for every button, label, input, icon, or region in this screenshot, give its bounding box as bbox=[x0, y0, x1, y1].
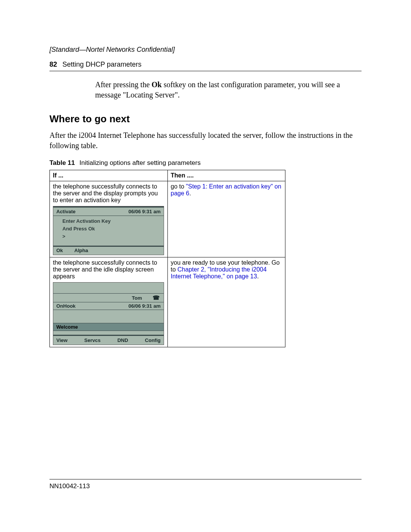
footer: NN10042-113 bbox=[49, 479, 362, 490]
page: [Standard—Nortel Networks Confidential] … bbox=[0, 0, 411, 532]
heading-where-to-go-next: Where to go next bbox=[49, 113, 362, 125]
intro-bold: Ok bbox=[151, 80, 162, 89]
phone-welcome: Welcome bbox=[53, 323, 164, 331]
softkey-dnd: DND bbox=[117, 337, 128, 343]
confidential-notice: [Standard—Nortel Networks Confidential] bbox=[49, 46, 362, 54]
phone-user-name: Tom bbox=[132, 295, 142, 301]
phone-prompt: > bbox=[62, 233, 161, 240]
link-chapter2[interactable]: Chapter 2, "Introducing the i2004 Intern… bbox=[171, 266, 267, 280]
softkey-config: Config bbox=[145, 337, 161, 343]
phone-screen-idle: Tom ☎ OnHook 06/06 9:31 am Welcome View … bbox=[53, 282, 164, 345]
cell-if-1: the telephone successfully connects to t… bbox=[50, 181, 168, 257]
phone-line: And Press Ok bbox=[62, 225, 161, 233]
section-title: Setting DHCP parameters bbox=[62, 61, 142, 68]
if-text: the telephone successfully connects to t… bbox=[53, 183, 164, 204]
link-step1[interactable]: "Step 1: Enter an activation key" on pag… bbox=[171, 183, 282, 197]
telephone-icon: ☎ bbox=[153, 294, 160, 301]
cell-then-1: go to "Step 1: Enter an activation key" … bbox=[167, 181, 285, 257]
table-caption: Table 11Initializing options after setti… bbox=[49, 159, 362, 167]
intro-text-a: After pressing the bbox=[95, 80, 151, 89]
phone-screen-activation: Activate 06/06 9:31 am Enter Activation … bbox=[53, 206, 164, 255]
softkey-alpha: Alpha bbox=[74, 248, 88, 253]
after-heading-paragraph: After the i2004 Internet Telephone has s… bbox=[49, 130, 362, 151]
table-row: the telephone successfully connects to t… bbox=[50, 257, 285, 347]
phone-datetime: 06/06 9:31 am bbox=[128, 303, 161, 309]
then-text-b: . bbox=[189, 190, 191, 197]
softkey-view: View bbox=[56, 337, 67, 343]
col-header-then: Then .... bbox=[167, 170, 285, 181]
col-header-if: If ... bbox=[50, 170, 168, 181]
cell-if-2: the telephone successfully connects to t… bbox=[50, 257, 168, 347]
intro-paragraph: After pressing the Ok softkey on the las… bbox=[95, 80, 362, 100]
then-text-a: go to bbox=[171, 183, 186, 190]
phone-datetime: 06/06 9:31 am bbox=[128, 209, 161, 214]
phone-title: Activate bbox=[56, 209, 76, 214]
if-text: the telephone successfully connects to t… bbox=[53, 259, 164, 280]
table-11: If ... Then .... the telephone successfu… bbox=[49, 170, 285, 347]
softkey-ok: Ok bbox=[56, 248, 63, 253]
cell-then-2: you are ready to use your telephone. Go … bbox=[167, 257, 285, 347]
table-number: Table 11 bbox=[49, 159, 75, 166]
table-title: Initializing options after setting param… bbox=[80, 159, 201, 166]
softkey-servcs: Servcs bbox=[84, 337, 101, 343]
document-id: NN10042-113 bbox=[49, 482, 90, 490]
page-number: 82 bbox=[49, 61, 57, 68]
running-header: 82Setting DHCP parameters bbox=[49, 61, 362, 71]
phone-status: OnHook bbox=[56, 303, 76, 309]
then-text-b: . bbox=[257, 273, 258, 280]
table-row: the telephone successfully connects to t… bbox=[50, 181, 285, 257]
phone-line: Enter Activation Key bbox=[62, 217, 161, 225]
